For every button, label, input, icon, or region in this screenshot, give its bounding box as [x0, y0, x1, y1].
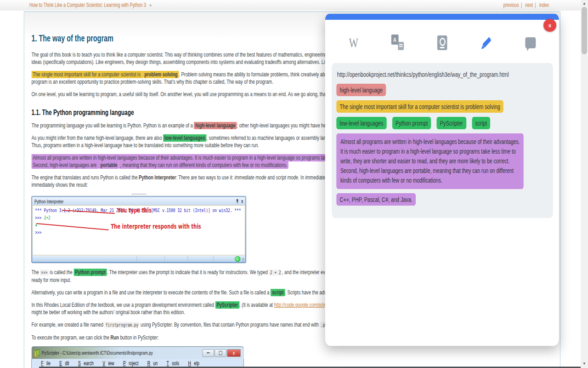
highlighted-text: Python prompt	[74, 269, 107, 276]
text: ready for more input.	[31, 276, 71, 283]
highlight-chip-green[interactable]: Python prompt	[392, 117, 431, 129]
highlighted-text: The single most important skill for a co…	[31, 71, 143, 78]
highlighted-text: script	[271, 289, 285, 296]
text: To execute the program, we can click the	[31, 334, 110, 341]
text: might be better off working with the aut…	[31, 309, 185, 316]
highlighted-text: low-level languages	[163, 134, 206, 142]
nav-divider: |	[535, 2, 536, 8]
menu-item-run[interactable]: Run	[141, 360, 161, 367]
popup-accent-bar	[325, 14, 559, 20]
next-link[interactable]: next	[525, 2, 533, 8]
text: button in PyScripter:	[119, 334, 159, 341]
text: : There are two ways to use it:	[176, 174, 234, 181]
python-interpreter-figure: Python Interpreter x *** Python 3.1.2 (r…	[31, 194, 246, 263]
text: and	[266, 174, 276, 181]
highlights-panel: http://openbookproject.net/thinkcs/pytho…	[332, 63, 553, 218]
text: immediately shows the result:	[31, 181, 88, 188]
text: In this Rhodes Local Edition of the text…	[31, 301, 215, 308]
close-icon[interactable]: x	[241, 199, 243, 204]
previous-link[interactable]: previous	[503, 2, 519, 8]
highlighter-icon[interactable]	[479, 34, 494, 51]
scroll-up-icon[interactable]: ▲	[581, 0, 588, 6]
nav-divider: |	[521, 2, 522, 8]
highlight-chip-green[interactable]: PyScripter	[437, 117, 466, 129]
text: script mode	[276, 174, 298, 181]
pyscripter-titlebar: PyScripter - C:\Users\p.wentworth.ICT\Do…	[31, 346, 243, 359]
breadcrumb-link[interactable]: How to Think Like a Computer Scientist: …	[29, 2, 146, 8]
text: On one level, you will be learning to pr…	[31, 91, 374, 98]
highlighted-text: PyScripter	[215, 301, 240, 309]
menu-item-view[interactable]: View	[96, 360, 117, 367]
highlighted-text: high-level language	[194, 122, 237, 129]
python-prompt: >>>	[35, 215, 44, 221]
wikipedia-icon[interactable]: W	[346, 34, 361, 51]
dictionary-icon[interactable]	[435, 34, 449, 51]
text: is called the	[49, 269, 74, 276]
highlighted-text: portable	[99, 161, 119, 169]
python-prompt: >>>	[35, 229, 242, 236]
highlighter-popup: × W A http://openbookproject.net/thinkcs…	[325, 14, 559, 346]
highlight-chip-purple[interactable]: C++, PHP, Pascal, C#, and Java.	[336, 193, 416, 206]
typed-expression: 2+2	[44, 215, 50, 221]
interpreter-statusbar	[33, 255, 245, 262]
browser-scrollbar[interactable]: ▲ ▼	[581, 0, 588, 368]
breadcrumb: How to Think Like a Computer Scientist: …	[29, 2, 152, 8]
menu-item-tools[interactable]: Tools	[161, 360, 182, 367]
text: Python Interpreter	[139, 174, 176, 181]
translate-icon[interactable]: A	[390, 34, 405, 51]
text: For example, we created a file named	[31, 321, 104, 328]
menu-item-help[interactable]: Help	[182, 360, 203, 367]
index-link[interactable]: index	[539, 2, 549, 8]
pyscripter-logo-icon	[34, 350, 40, 356]
text: . (It is available at	[239, 301, 274, 308]
menu-item-file[interactable]: File	[35, 360, 53, 367]
interpreter-title: Python Interpreter	[34, 199, 63, 204]
text: immediate mode	[234, 174, 266, 181]
page-url: http://openbookproject.net/thinkcs/pytho…	[337, 70, 548, 78]
text: The programming language you will be lea…	[31, 122, 194, 129]
text: program is an excellent opportunity to p…	[31, 78, 273, 85]
pyscripter-title: PyScripter - C:\Users\p.wentworth.ICT\Do…	[42, 350, 200, 356]
maximize-button[interactable]	[215, 349, 226, 357]
annotation-responds: The interpreter responds with this	[111, 223, 201, 230]
resize-grip-icon	[242, 258, 244, 261]
popup-close-button[interactable]: ×	[543, 19, 556, 32]
page: How to Think Like a Computer Scientist: …	[0, 0, 588, 368]
highlighted-text: problem solving	[143, 71, 179, 78]
text: . The interpreter uses the prompt to ind…	[107, 269, 269, 276]
text: Thus, programs written in a high-level l…	[31, 142, 259, 149]
menu-item-edit[interactable]: Edit	[53, 360, 72, 367]
popup-toolbar: W A	[325, 34, 559, 52]
pyscripter-figure: PyScripter - C:\Users\p.wentworth.ICT\Do…	[31, 346, 243, 368]
top-relbar: How to Think Like a Computer Scientist: …	[0, 0, 588, 11]
comment-icon[interactable]	[523, 34, 538, 51]
highlight-chip-purple-block[interactable]: Almost all programs are written in high-…	[336, 133, 524, 189]
text: firstprogram.py	[105, 322, 140, 328]
menu-item-project[interactable]: Project	[117, 360, 141, 367]
minimize-button[interactable]	[203, 349, 214, 357]
scroll-down-icon[interactable]: ▼	[581, 360, 588, 367]
highlight-chip-yellow[interactable]: The single most important skill for a co…	[336, 100, 503, 113]
close-button[interactable]: x	[227, 349, 241, 357]
status-led-icon	[235, 256, 240, 262]
highlight-chip-green[interactable]: low-level languages	[336, 117, 386, 129]
text: The	[31, 269, 40, 276]
breadcrumb-separator: »	[149, 2, 152, 8]
rel-nav: previous| next| index	[501, 2, 551, 8]
pin-icon[interactable]	[236, 199, 238, 203]
green-chips-row: low-level languagesPython promptPyScript…	[336, 117, 548, 129]
annotation-you-type: You type this	[118, 207, 152, 214]
text: 2 + 2	[269, 270, 282, 276]
text: As you might infer from the name high-le…	[31, 134, 163, 141]
text: The engine that translates and runs Pyth…	[31, 174, 139, 181]
highlighted-text: Second, high-level languages are	[31, 161, 99, 169]
menu-item-search[interactable]: Search	[72, 360, 96, 367]
text: >>>	[40, 270, 49, 276]
highlight-chip-green[interactable]: script	[472, 117, 490, 129]
text: using PyScripter. By convention, files t…	[139, 321, 320, 328]
text: Run	[111, 334, 119, 341]
text: Alternatively, you can write a program i…	[31, 289, 271, 296]
highlight-chip-red[interactable]: high-level language	[336, 84, 386, 96]
scrollbar-thumb[interactable]	[582, 7, 587, 54]
highlighted-text: , meaning that they can run on different…	[119, 161, 288, 169]
